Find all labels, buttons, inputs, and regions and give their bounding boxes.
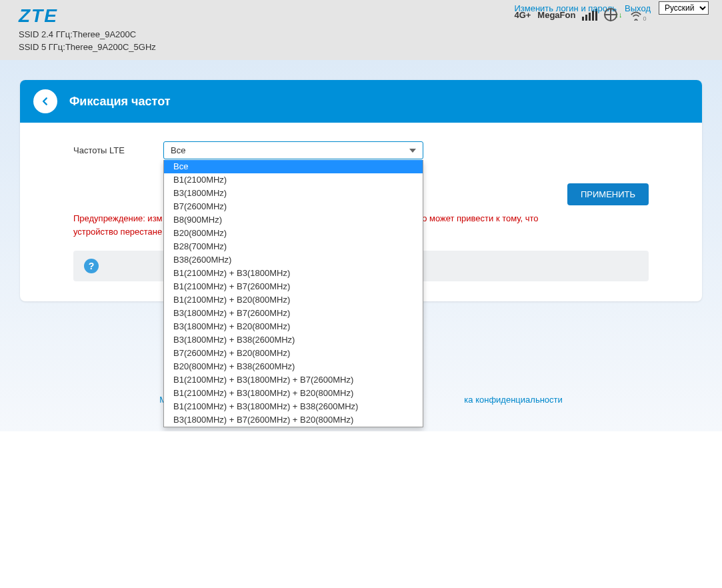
top-header: ZTE SSID 2.4 ГГц:Theree_9A200C SSID 5 ГГ…: [0, 0, 722, 60]
lte-bands-label: Частоты LTE: [73, 145, 150, 155]
dropdown-option[interactable]: B1(2100MHz) + B3(1800MHz) + B20(800MHz): [164, 387, 423, 400]
dropdown-option[interactable]: B7(2600MHz): [164, 200, 423, 213]
change-login-link[interactable]: Изменить логин и пароль: [514, 3, 617, 13]
dropdown-option[interactable]: B3(1800MHz) + B38(2600MHz): [164, 333, 423, 347]
dropdown-option[interactable]: B8(900MHz): [164, 213, 423, 227]
dropdown-option[interactable]: B1(2100MHz) + B3(1800MHz): [164, 267, 423, 280]
language-select[interactable]: Русский: [659, 1, 709, 15]
dropdown-option[interactable]: B20(800MHz) + B38(2600MHz): [164, 360, 423, 373]
dropdown-option[interactable]: B1(2100MHz) + B3(1800MHz) + B38(2600MHz): [164, 400, 423, 413]
dropdown-option[interactable]: B1(2100MHz) + B7(2600MHz): [164, 280, 423, 293]
dropdown-option[interactable]: B20(800MHz): [164, 227, 423, 240]
footer-link-2[interactable]: ка конфиденциальности: [464, 395, 562, 405]
page-title: Фиксация частот: [69, 95, 171, 109]
dropdown-option[interactable]: B38(2600MHz): [164, 253, 423, 267]
settings-card: Фиксация частот Частоты LTE Все ВсеB1(21…: [20, 80, 702, 301]
dropdown-option[interactable]: B3(1800MHz) + B20(800MHz): [164, 320, 423, 333]
dropdown-option[interactable]: B28(700MHz): [164, 240, 423, 253]
main-area: Фиксация частот Частоты LTE Все ВсеB1(21…: [0, 60, 722, 431]
lte-bands-dropdown[interactable]: ВсеB1(2100MHz)B3(1800MHz)B7(2600MHz)B8(9…: [163, 160, 423, 427]
lte-bands-selected: Все: [171, 145, 185, 155]
wifi-icon: 0: [629, 9, 643, 21]
dropdown-option[interactable]: B1(2100MHz) + B3(1800MHz) + B7(2600MHz): [164, 373, 423, 387]
dropdown-option[interactable]: B1(2100MHz): [164, 173, 423, 187]
dropdown-option[interactable]: B7(2600MHz) + B20(800MHz): [164, 347, 423, 360]
lte-bands-select[interactable]: Все: [163, 141, 423, 159]
apply-button[interactable]: ПРИМЕНИТЬ: [567, 183, 649, 205]
dropdown-option[interactable]: B3(1800MHz) + B7(2600MHz) + B20(800MHz): [164, 413, 423, 427]
ssid-24: SSID 2.4 ГГц:Theree_9A200C: [19, 29, 156, 39]
dropdown-option[interactable]: B3(1800MHz) + B7(2600MHz): [164, 307, 423, 320]
ssid-5: SSID 5 ГГц:Theree_9A200C_5GHz: [19, 42, 156, 52]
dropdown-option[interactable]: Все: [164, 160, 423, 173]
help-icon[interactable]: ?: [84, 259, 99, 273]
dropdown-option[interactable]: B3(1800MHz): [164, 187, 423, 200]
back-button[interactable]: [33, 89, 57, 113]
globe-icon: [604, 8, 617, 21]
card-header: Фиксация частот: [20, 80, 702, 123]
logo: ZTE: [19, 5, 156, 27]
dropdown-option[interactable]: B1(2100MHz) + B20(800MHz): [164, 293, 423, 307]
